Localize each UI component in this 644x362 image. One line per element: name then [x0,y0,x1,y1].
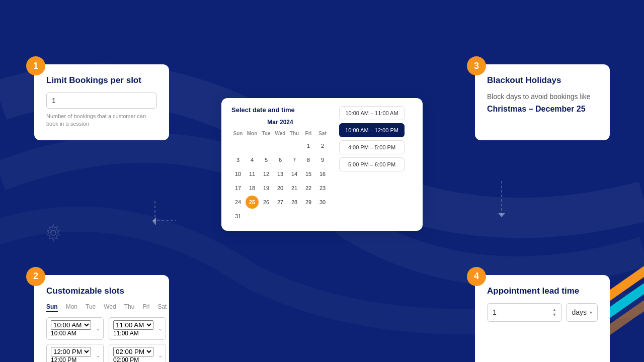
day-fri[interactable]: Fri [142,303,149,312]
svg-point-8 [51,230,56,235]
lead-time-input-wrapper[interactable]: ▲ ▼ [487,303,562,322]
booking-input-wrapper[interactable] [46,93,157,109]
slot-end-select-1[interactable]: 11:00 AM [113,320,153,330]
svg-marker-13 [498,213,505,217]
card1-title: Limit Bookings per slot [46,75,157,85]
blackout-holiday-value: Christmas – December 25 [487,105,598,114]
blackout-description: Block days to avoid bookings like [487,93,598,101]
card-blackout-holidays: 3 Blackout Holidays Block days to avoid … [475,64,610,140]
page-title: Customize your appointments [0,0,644,49]
card4-title: Appointment lead time [487,286,598,296]
slots-days-row: Sun Mon Tue Wed Thu Fri Sat [46,303,157,312]
cal-day-selected[interactable]: 25 [246,196,259,209]
card-appointment-lead-time: 4 Appointment lead time ▲ ▼ days ▾ [475,275,610,362]
time-slots: 10:00 AM – 11:00 AM 10:00 AM – 12:00 PM … [339,106,405,223]
badge-1: 1 [26,56,45,75]
lead-time-stepper[interactable]: ▲ ▼ [552,308,557,317]
main-content: ✦ ✛ Customize your appointments [0,0,644,362]
cal-day-2[interactable]: 2 [316,139,329,152]
lead-time-unit-wrapper[interactable]: days ▾ [566,303,598,322]
calendar-left: Select date and time Mar 2024 Sun Mon Tu… [231,106,329,223]
slot-start-select-2[interactable]: 12:00 PM [51,347,91,356]
cal-day-1[interactable]: 1 [302,139,315,152]
calendar-container: Select date and time Mar 2024 Sun Mon Tu… [221,98,423,231]
calendar-month-year: Mar 2024 [231,119,329,126]
time-slot-4[interactable]: 5:00 PM – 6:00 PM [339,157,405,171]
slot-start-1[interactable]: 10:00 AM 10:00 AM [46,317,104,340]
day-wed[interactable]: Wed [104,303,116,312]
slot-start-2[interactable]: 12:00 PM 12:00 PM [46,344,104,362]
slot-end-select-2[interactable]: 02:00 PM [113,347,153,356]
card-limit-bookings: 1 Limit Bookings per slot Number of book… [34,64,169,140]
lead-time-row: ▲ ▼ days ▾ [487,303,598,322]
time-slot-3[interactable]: 4:00 PM – 5:00 PM [339,140,405,154]
time-slot-2[interactable]: 10:00 AM – 12:00 PM [339,123,405,137]
slot-end-2[interactable]: 02:00 PM 02:00 PM [109,344,166,362]
slot-start-select-1[interactable]: 10:00 AM [51,320,91,330]
day-sat[interactable]: Sat [157,303,167,312]
day-mon[interactable]: Mon [66,303,77,312]
card-customizable-slots: 2 Customizable slots Sun Mon Tue Wed Thu… [34,275,169,362]
lead-time-unit-chevron: ▾ [590,310,592,315]
lead-time-unit-label: days [572,308,587,316]
calendar-day-names: Sun Mon Tue Wed Thu Fri Sat [231,131,329,136]
day-thu[interactable]: Thu [124,303,135,312]
slot-row-2: 12:00 PM 12:00 PM 02:00 PM 02:00 PM [46,344,157,362]
slot-end-1[interactable]: 11:00 AM 11:00 AM [109,317,166,340]
stepper-down[interactable]: ▼ [552,313,557,317]
stepper-up[interactable]: ▲ [552,308,557,312]
svg-marker-12 [152,217,156,225]
slot-row-1: 10:00 AM 10:00 AM 11:00 AM 11:00 AM [46,317,157,340]
booking-hint: Number of bookings that a customer can b… [46,113,157,128]
calendar-grid: 1 2 3 4 5 6 7 8 9 10 11 12 13 14 15 [231,139,329,223]
badge-2: 2 [26,267,45,286]
booking-input[interactable] [52,97,151,105]
select-datetime-label: Select date and time [231,106,329,114]
card3-title: Blackout Holidays [487,75,598,85]
lead-time-input[interactable] [493,308,531,316]
day-sun[interactable]: Sun [46,303,58,312]
time-slot-1[interactable]: 10:00 AM – 11:00 AM [339,106,405,120]
card2-title: Customizable slots [46,286,157,296]
badge-4: 4 [467,267,486,286]
badge-3: 3 [467,56,486,75]
day-tue[interactable]: Tue [86,303,96,312]
decorative-settings-icon [44,224,62,244]
